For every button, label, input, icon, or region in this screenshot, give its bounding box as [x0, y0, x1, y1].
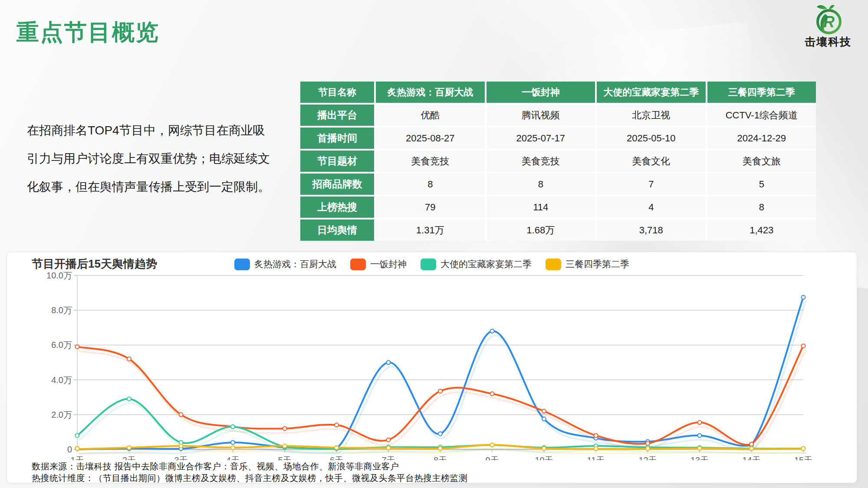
program-name-header: 大使的宝藏家宴第二季	[597, 82, 706, 103]
data-point-marker	[490, 443, 494, 447]
data-point-marker	[231, 445, 235, 449]
table-value-platform: 优酷	[376, 105, 485, 126]
data-point-marker	[438, 446, 442, 450]
data-point-marker	[76, 345, 79, 349]
company-logo: R 击壤科技	[798, 4, 858, 49]
data-point-marker	[387, 446, 391, 450]
data-point-marker	[542, 409, 546, 413]
data-point-marker	[179, 413, 183, 416]
program-name-header: 一饭封神	[487, 82, 595, 103]
data-point-marker	[76, 447, 79, 451]
data-point-marker	[283, 444, 287, 448]
data-point-marker	[646, 447, 650, 451]
table-value-platform: 北京卫视	[597, 105, 706, 126]
data-point-marker	[542, 417, 546, 421]
x-axis-label: 9天	[485, 455, 499, 460]
data-point-marker	[802, 295, 806, 299]
x-axis-label: 15天	[794, 455, 812, 460]
table-value-premiere: 2025-05-10	[597, 128, 706, 149]
table-value-hot_searches: 79	[376, 197, 485, 218]
row-label: 招商品牌数	[300, 174, 374, 195]
data-point-marker	[335, 445, 339, 449]
table-value-hot_searches: 8	[707, 197, 816, 218]
table-corner-header: 节目名称	[300, 82, 374, 103]
data-point-marker	[335, 423, 339, 427]
y-axis-label: 4.0万	[51, 375, 72, 385]
x-axis-label: 5天	[278, 455, 291, 460]
y-axis-label: 0	[67, 445, 72, 454]
table-value-premiere: 2024-12-29	[707, 128, 816, 149]
x-axis-label: 13天	[690, 455, 709, 460]
trend-chart-card: 节目开播后15天舆情趋势 炙热游戏：百厨大战一饭封神大使的宝藏家宴第二季三餐四季…	[7, 252, 857, 483]
table-value-platform: CCTV-1综合频道	[707, 105, 816, 126]
y-axis-label: 8.0万	[51, 305, 72, 315]
x-axis-label: 11天	[587, 455, 605, 460]
data-point-marker	[594, 433, 598, 437]
table-value-daily_sentiment: 1.31万	[376, 219, 485, 241]
table-value-brands: 8	[376, 174, 485, 195]
data-point-marker	[231, 425, 235, 429]
data-point-marker	[802, 446, 806, 450]
data-point-marker	[76, 433, 79, 437]
y-axis-label: 2.0万	[51, 410, 72, 419]
data-point-marker	[127, 357, 131, 361]
table-value-brands: 8	[487, 174, 595, 195]
data-point-marker	[490, 329, 494, 333]
table-value-genre: 美食文旅	[707, 151, 816, 172]
x-axis-label: 10天	[535, 455, 553, 460]
data-point-marker	[387, 438, 391, 442]
x-axis-label: 12天	[638, 455, 657, 460]
data-point-marker	[698, 446, 702, 450]
table-value-genre: 美食竞技	[376, 151, 485, 172]
table-value-daily_sentiment: 1.68万	[487, 219, 595, 241]
table-value-daily_sentiment: 3,718	[597, 219, 706, 241]
data-point-marker	[387, 360, 391, 364]
data-point-marker	[179, 444, 183, 448]
table-value-daily_sentiment: 1,423	[707, 219, 816, 241]
table-value-premiere: 2025-07-17	[487, 128, 595, 149]
series-line-1	[77, 297, 803, 449]
footnote-data-source: 数据来源：击壤科技 报告中去除非商业合作客户：音乐、视频、场地合作、新浪等非商业…	[32, 461, 399, 472]
leaf-ring-logo-icon: R	[807, 4, 849, 36]
x-axis-label: 3天	[174, 455, 187, 460]
y-axis-label: 10.0万	[46, 271, 72, 280]
table-value-hot_searches: 4	[597, 197, 706, 218]
data-point-marker	[127, 397, 131, 401]
program-name-header: 三餐四季第二季	[707, 82, 816, 103]
row-label: 日均舆情	[300, 219, 374, 241]
data-point-marker	[542, 446, 546, 450]
data-point-marker	[698, 420, 702, 424]
table-value-premiere: 2025-08-27	[376, 128, 485, 149]
x-axis-label: 14天	[742, 455, 760, 460]
table-value-genre: 美食文化	[597, 151, 706, 172]
data-point-marker	[283, 426, 287, 430]
data-point-marker	[802, 344, 806, 348]
series-line-2	[77, 346, 803, 445]
data-point-marker	[438, 432, 442, 436]
page-title: 重点节目概览	[16, 17, 160, 48]
x-axis-label: 4天	[226, 455, 240, 460]
x-axis-label: 6天	[330, 455, 343, 460]
trend-line-chart: 02.0万4.0万6.0万8.0万10.0万1天2天3天4天5天6天7天8天9天…	[7, 264, 856, 460]
table-value-brands: 7	[597, 174, 706, 195]
series-shadow-1	[79, 301, 806, 454]
x-axis-label: 7天	[381, 455, 395, 460]
data-point-marker	[646, 441, 650, 445]
data-point-marker	[231, 440, 235, 444]
table-value-hot_searches: 114	[487, 197, 595, 218]
footnote-hot-search-scope: 热搜统计维度：（节目播出期间）微博主榜及文娱榜、抖音主榜及文娱榜，快手、微视及头…	[32, 472, 468, 484]
data-point-marker	[750, 442, 753, 446]
series-line-3	[77, 399, 803, 449]
row-label: 节目题材	[300, 151, 374, 172]
x-axis-label: 8天	[434, 455, 447, 460]
company-name: 击壤科技	[805, 35, 852, 49]
data-point-marker	[750, 447, 753, 451]
data-point-marker	[594, 447, 598, 451]
summary-text: 在招商排名TOP4节目中，网综节目在商业吸引力与用户讨论度上有双重优势；电综延续…	[27, 116, 274, 201]
program-name-header: 炙热游戏：百厨大战	[376, 82, 485, 103]
row-label: 上榜热搜	[300, 197, 374, 218]
program-comparison-table: 节目名称炙热游戏：百厨大战一饭封神大使的宝藏家宴第二季三餐四季第二季播出平台优酷…	[300, 82, 816, 241]
x-axis-label: 2天	[122, 455, 136, 460]
y-axis-label: 6.0万	[51, 340, 72, 350]
data-point-marker	[127, 445, 131, 449]
